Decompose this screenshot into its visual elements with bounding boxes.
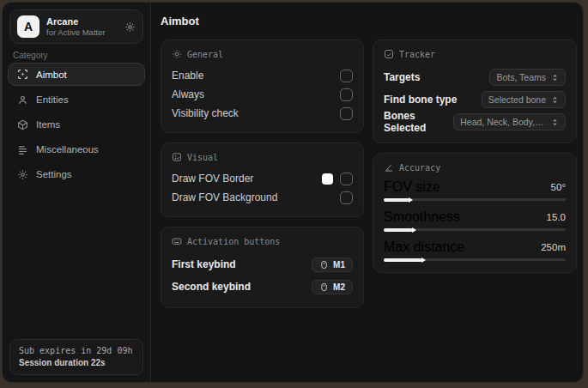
radar-icon (384, 49, 394, 59)
find-bone-type-select[interactable]: Selected bone (482, 91, 566, 108)
card-title: Visual (187, 153, 218, 162)
app-header-card: A Arcane for Active Matter (9, 9, 143, 44)
setting-row: Draw FOV Background (172, 188, 353, 207)
tracker-row: Targets Bots, Teams (384, 66, 566, 88)
app-logo: A (17, 15, 39, 38)
keyboard-icon (172, 236, 182, 246)
card-title: Activation buttons (187, 237, 280, 246)
list-icon (17, 144, 28, 155)
accuracy-card: Accuracy FOV size 50° Smoothness (373, 153, 577, 273)
sidebar-item-settings[interactable]: Settings (8, 162, 145, 186)
visibility-check-checkbox[interactable] (340, 107, 353, 120)
right-column: Tracker Targets Bots, Teams (373, 39, 577, 318)
session-duration-text: Session duration 22s (19, 357, 134, 368)
setting-row: Always (172, 85, 353, 104)
fov-size-slider[interactable] (384, 198, 566, 201)
cube-icon (17, 119, 28, 130)
setting-row: Visibility check (172, 104, 353, 123)
app-window: A Arcane for Active Matter Category (2, 2, 584, 383)
second-keybind-button[interactable]: M2 (312, 280, 353, 294)
keybind-label: First keybind (172, 258, 236, 270)
app-title: Arcane (46, 16, 124, 27)
slider-value: 50° (551, 182, 566, 192)
category-label: Category (13, 51, 48, 60)
mouse-icon (319, 260, 329, 270)
sidebar-nav: Aimbot Entities Items (8, 63, 145, 187)
slider-row: Smoothness 15.0 (384, 209, 566, 231)
sub-expires-text: Sub expires in 29d 09h (19, 345, 134, 357)
draw-fov-background-checkbox[interactable] (340, 191, 353, 204)
sidebar-item-entities[interactable]: Entities (8, 88, 145, 112)
sidebar-item-miscellaneous[interactable]: Miscellaneous (8, 137, 145, 161)
sidebar-item-label: Items (36, 119, 60, 130)
gear-icon[interactable] (124, 21, 136, 33)
tracker-row: Find bone type Selected bone (384, 88, 566, 111)
sidebar-item-items[interactable]: Items (8, 112, 145, 136)
setting-label: Enable (172, 70, 203, 82)
slider-label: Smoothness (384, 209, 460, 225)
left-column: General Enable Always Visibility check (161, 39, 364, 318)
activation-card: Activation buttons First keybind M1 (161, 227, 364, 308)
subscription-card: Sub expires in 29d 09h Session duration … (9, 339, 143, 375)
smoothness-slider[interactable] (384, 228, 566, 231)
tracker-card: Tracker Targets Bots, Teams (373, 39, 577, 143)
gear-icon (17, 169, 28, 180)
unfold-icon (551, 74, 559, 82)
slider-row: FOV size 50° (384, 179, 566, 201)
tracker-row: Bones Selected Head, Neck, Body, Pe... (384, 111, 566, 133)
keybind-row: First keybind M1 (172, 253, 353, 276)
sun-icon (172, 49, 182, 59)
tracker-label: Find bone type (384, 94, 457, 106)
first-keybind-button[interactable]: M1 (312, 258, 353, 272)
unfold-icon (551, 118, 559, 126)
main-content: Aimbot General Enable (152, 3, 583, 382)
setting-row: Enable (172, 66, 353, 85)
card-title: Accuracy (399, 163, 440, 173)
setting-label: Draw FOV Border (172, 173, 253, 185)
entities-icon (17, 94, 28, 106)
tracker-label: Bones Selected (384, 110, 453, 134)
draw-fov-border-checkbox[interactable] (340, 173, 353, 185)
image-icon (172, 152, 182, 162)
targets-select[interactable]: Bots, Teams (489, 69, 566, 86)
max-distance-slider[interactable] (384, 258, 566, 261)
always-checkbox[interactable] (340, 88, 353, 101)
keybind-value: M2 (333, 282, 345, 292)
select-value: Selected bone (488, 94, 546, 105)
keybind-label: Second keybind (172, 281, 251, 293)
select-value: Head, Neck, Body, Pe... (460, 117, 546, 127)
slider-label: Max distance (384, 239, 464, 255)
unfold-icon (551, 96, 559, 104)
angle-icon (384, 162, 394, 173)
setting-label: Always (172, 88, 204, 100)
slider-value: 15.0 (547, 212, 566, 222)
slider-row: Max distance 250m (384, 239, 566, 261)
general-card: General Enable Always Visibility check (161, 39, 364, 133)
setting-label: Draw FOV Background (172, 191, 277, 203)
visual-card: Visual Draw FOV Border Draw FOV Backgrou… (161, 142, 364, 217)
select-value: Bots, Teams (496, 72, 546, 82)
fov-border-color-swatch[interactable] (322, 173, 333, 185)
mouse-icon (319, 282, 329, 292)
sidebar-item-aimbot[interactable]: Aimbot (8, 63, 145, 86)
setting-row: Draw FOV Border (172, 169, 353, 188)
enable-checkbox[interactable] (340, 70, 353, 82)
sidebar-item-label: Miscellaneous (36, 144, 99, 155)
keybind-value: M1 (333, 260, 345, 270)
card-title: Tracker (399, 50, 435, 59)
app-subtitle: for Active Matter (46, 27, 124, 38)
keybind-row: Second keybind M2 (172, 276, 353, 298)
slider-label: FOV size (384, 179, 440, 195)
bones-selected-select[interactable]: Head, Neck, Body, Pe... (453, 113, 566, 130)
sidebar-item-label: Aimbot (36, 70, 67, 80)
page-title: Aimbot (161, 15, 574, 27)
sidebar: A Arcane for Active Matter Category (3, 3, 151, 382)
sidebar-item-label: Settings (36, 169, 72, 179)
sidebar-item-label: Entities (36, 94, 69, 105)
tracker-label: Targets (384, 71, 420, 83)
card-title: General (187, 50, 223, 59)
slider-value: 250m (541, 242, 566, 252)
crosshair-icon (17, 69, 28, 80)
setting-label: Visibility check (172, 107, 239, 119)
